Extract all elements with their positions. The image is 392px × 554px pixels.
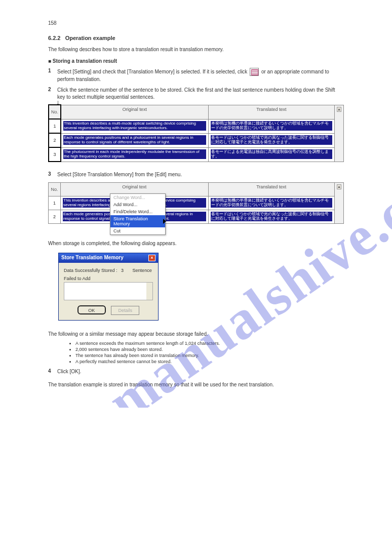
step3-text: Select [Store Translation Memory] from t… (57, 171, 182, 178)
step1-before: Select [Setting] and check that [Transla… (57, 68, 249, 74)
translated-cell: 本発明は無機の半導体に接続するいくつかの領域を含むマルチモードの光学切換装置につ… (208, 196, 335, 210)
header-no: No. (49, 182, 61, 196)
table-1-wrapper: ↓ No. Original text Translated text ▲ 1 … (48, 104, 344, 162)
section-number: 6.2.2 (48, 35, 60, 41)
header-no: No. (49, 105, 61, 119)
row-number[interactable]: 2 (49, 133, 61, 147)
scroll-up-icon[interactable]: ▲ (337, 184, 341, 189)
row-number[interactable]: 3 (49, 147, 61, 162)
menu-add-word[interactable]: Add Word... (110, 201, 165, 208)
scrollbar[interactable]: ▲ (335, 105, 344, 162)
note-item: The sentence has already been stored in … (75, 353, 344, 358)
dialog-title-text: Store Translation Memory (61, 255, 124, 261)
note-item: 2,000 sentences have already been stored… (75, 347, 344, 352)
arrow-icon: ↓ (56, 98, 60, 106)
page-number: 158 (48, 20, 344, 26)
ok-button[interactable]: OK (77, 305, 106, 314)
table-row[interactable]: 1 This invention describes a multi-mode … (49, 119, 344, 133)
step2-text: Click the sentence number of the sentenc… (57, 87, 344, 100)
note-item: A sentence exceeds the maximum sentence … (75, 341, 344, 346)
original-cell: This invention describes a multi-mode op… (61, 119, 208, 133)
scrollbar[interactable]: ▲ (335, 182, 344, 223)
store-dialog: Store Translation Memory × Data Successf… (58, 253, 159, 321)
step-number: 4 (48, 368, 57, 375)
note-item: A perfectly matched sentence cannot be s… (75, 359, 344, 364)
section-title: 6.2.2 Operation example (48, 35, 344, 41)
dialog-titlebar: Store Translation Memory × (59, 253, 158, 263)
table-2-wrapper: No. Original text Translated text ▲ 1 Th… (48, 182, 344, 224)
section-heading: Operation example (65, 35, 115, 41)
menu-cut[interactable]: Cut (110, 227, 165, 234)
header-original: Original text (61, 105, 208, 119)
table-row[interactable]: 2 Each mode generates positrons and a ph… (49, 133, 344, 147)
translation-table-2: No. Original text Translated text ▲ 1 Th… (48, 182, 344, 224)
table-row[interactable]: 3 The photocurrent in each mode independ… (49, 147, 344, 162)
closing-text: The translation example is stored in tra… (48, 382, 344, 387)
original-cell: The photocurrent in each mode independen… (61, 147, 208, 162)
translated-cell: 各モードはいくつかの領域で光の異なった波長に関する制御信号に対応して陽電子と光電… (208, 133, 334, 147)
step-3: 3 Select [Store Translation Memory] from… (48, 171, 344, 178)
table-row[interactable]: 2 Each mode generates positrons and a ph… (49, 210, 344, 223)
step-2: 2 Click the sentence number of the sente… (48, 87, 344, 100)
scroll-up-icon[interactable]: ▲ (337, 107, 341, 112)
notes-list: A sentence exceeds the maximum sentence … (55, 341, 344, 364)
failed-label: Failed to Add (64, 276, 153, 281)
step4-text: Click [OK]. (57, 368, 81, 375)
listbox-scrollbar[interactable] (146, 283, 152, 300)
row-number[interactable]: 2 (49, 210, 61, 223)
translate-icon[interactable] (250, 68, 259, 76)
translation-table-1: No. Original text Translated text ▲ 1 Th… (48, 104, 344, 162)
step-number: 1 (48, 68, 57, 83)
row-number[interactable]: 1 (49, 119, 61, 133)
failed-listbox[interactable] (64, 282, 153, 300)
menu-find-delete-word[interactable]: Find/Delete Word... (110, 208, 165, 215)
translated-cell: 各モードによる光電流は独自に高周波制御信号の伝送を調整します。 (208, 147, 334, 162)
translated-cell: 各モードはいくつかの領域で光の異なった波長に関する制御信号に対応して陽電子と光電… (208, 210, 335, 223)
step-number: 3 (48, 171, 57, 178)
notes-intro: The following or a similar message may a… (48, 331, 344, 338)
subsection-a: ■ Storing a translation result (48, 58, 344, 64)
close-icon[interactable]: × (148, 255, 155, 261)
original-cell: Each mode generates positrons and a phot… (61, 133, 208, 147)
table-row[interactable]: 1 This invention describes a multi-mode … (49, 196, 344, 210)
row-number[interactable]: 1 (49, 196, 61, 210)
step-4: 4 Click [OK]. (48, 368, 344, 375)
step-1: 1 Select [Setting] and check that [Trans… (48, 68, 344, 83)
stored-label: Data Successfully Stored : (64, 268, 117, 273)
context-menu: Change Word... Add Word... Find/Delete W… (110, 193, 166, 235)
intro-text: The following describes how to store a t… (48, 46, 344, 53)
stored-unit: Sentence (133, 268, 152, 273)
details-button: Details (111, 306, 139, 315)
translated-cell: 本発明は無機の半導体に接続するいくつかの領域を含むマルチモードの光学切換装置につ… (208, 119, 334, 133)
menu-change-word: Change Word... (110, 194, 165, 201)
header-translated: Translated text (208, 105, 334, 119)
stored-row: Data Successfully Stored : 3 Sentence (64, 268, 153, 273)
after-menu-text: When storage is completed, the following… (48, 240, 344, 247)
menu-store-translation-memory[interactable]: Store Translation Memory (110, 215, 165, 227)
header-translated: Translated text (208, 182, 335, 196)
stored-count: 3 (121, 268, 124, 273)
